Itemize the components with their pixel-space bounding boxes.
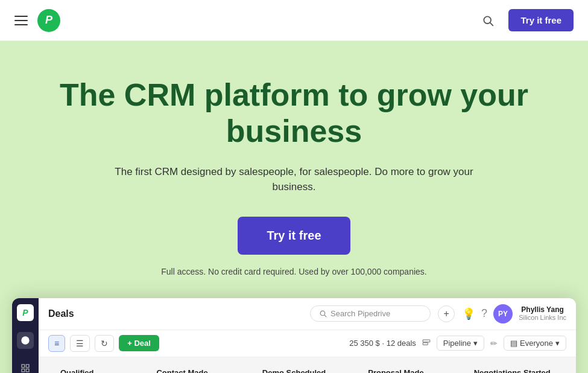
kanban-view-button[interactable]: ≡ — [48, 335, 65, 352]
svg-line-15 — [324, 315, 326, 317]
crm-sidebar-logo: P — [17, 304, 34, 321]
user-avatar: PY — [493, 304, 513, 324]
user-name: Phyllis Yang — [519, 305, 566, 314]
deal-column-negotiations: Negotiations Started 4 200 $ · 2 deals ·… — [469, 365, 569, 373]
pipeline-chevron-icon: ▾ — [473, 339, 478, 348]
svg-rect-17 — [423, 342, 428, 345]
col-header-qualified: Qualified 10 000 $ · 4 deals ··· — [46, 365, 145, 373]
col-title: Qualified — [51, 368, 103, 373]
col-title: Proposal Made — [368, 368, 423, 373]
crm-header-title: Deals — [48, 308, 74, 319]
hero-title: The CRM platform to grow your business — [59, 77, 530, 150]
everyone-chevron-icon: ▾ — [555, 339, 560, 348]
user-info: Phyllis Yang Silicon Links Inc — [519, 305, 566, 322]
crm-preview: P Deals — [12, 298, 576, 373]
col-header-contact: Contact Made 5 350 $ · 3 deals ··· — [151, 365, 251, 373]
pipeline-icon — [422, 339, 431, 348]
col-header-proposal: Proposal Made 2 700 $ · 1 deal ··· — [363, 365, 463, 373]
add-deal-button[interactable]: + Deal — [119, 335, 159, 351]
svg-rect-6 — [26, 369, 29, 372]
chart-view-button[interactable]: ↻ — [95, 335, 114, 352]
svg-rect-3 — [22, 365, 25, 368]
user-company: Silicon Links Inc — [519, 314, 566, 322]
svg-rect-4 — [26, 365, 29, 368]
svg-rect-16 — [423, 340, 430, 342]
deal-column-contact-made: Contact Made 5 350 $ · 3 deals ··· Princ… — [151, 365, 251, 373]
crm-toolbar: ≡ ☰ ↻ + Deal 25 350 $ · 12 deals Pipelin… — [39, 330, 576, 357]
bulb-icon[interactable]: 💡 — [462, 307, 475, 320]
list-view-button[interactable]: ☰ — [70, 335, 90, 352]
crm-header-user: 💡 ? PY Phyllis Yang Silicon Links Inc — [462, 304, 566, 324]
hero-subtitle: The first CRM designed by salespeople, f… — [113, 164, 475, 195]
edit-icon[interactable]: ✏ — [490, 339, 498, 348]
everyone-button[interactable]: ▤ Everyone ▾ — [504, 336, 566, 351]
svg-line-1 — [491, 23, 493, 25]
crm-search-placeholder: Search Pipedrive — [330, 309, 390, 318]
crm-header: Deals Search Pipedrive + 💡 ? PY Phyllis … — [39, 298, 576, 330]
deals-columns: Qualified 10 000 $ · 4 deals ··· Umbrell… — [39, 357, 576, 373]
col-header-demo: Demo Scheduled 3 100 $ · 2 deals ··· — [258, 365, 357, 373]
crm-search-bar[interactable]: Search Pipedrive — [310, 305, 431, 322]
col-title: Negotiations Started — [474, 368, 551, 373]
crm-main: Deals Search Pipedrive + 💡 ? PY Phyllis … — [39, 298, 576, 373]
crm-add-button[interactable]: + — [438, 305, 455, 322]
crm-stats: 25 350 $ · 12 deals — [349, 339, 416, 348]
menu-icon[interactable] — [14, 16, 28, 25]
crm-sidebar: P — [12, 298, 39, 373]
crm-toolbar-right: 25 350 $ · 12 deals Pipeline ▾ ✏ ▤ Every… — [349, 336, 566, 351]
col-title: Demo Scheduled — [262, 368, 326, 373]
crm-sidebar-home-icon[interactable] — [17, 332, 34, 349]
navbar-right: Try it free — [477, 9, 574, 31]
try-free-nav-button[interactable]: Try it free — [508, 9, 574, 31]
hero-note: Full access. No credit card required. Us… — [12, 267, 576, 276]
svg-rect-5 — [22, 369, 25, 372]
deal-column-qualified: Qualified 10 000 $ · 4 deals ··· Umbrell… — [46, 365, 145, 373]
svg-point-0 — [484, 16, 492, 24]
deal-column-demo: Demo Scheduled 3 100 $ · 2 deals ··· Mov… — [258, 365, 357, 373]
col-header-negotiations: Negotiations Started 4 200 $ · 2 deals ·… — [469, 365, 569, 373]
deal-column-proposal: Proposal Made 2 700 $ · 1 deal ··· Omnic… — [363, 365, 463, 373]
filter-icon: ▤ — [510, 339, 517, 348]
logo: P — [37, 9, 60, 32]
navbar-left: P — [14, 9, 60, 32]
help-icon[interactable]: ? — [481, 307, 487, 320]
crm-sidebar-deals-icon[interactable] — [17, 360, 34, 373]
pipeline-button[interactable]: Pipeline ▾ — [437, 336, 484, 351]
svg-point-2 — [21, 336, 29, 344]
navbar: P Try it free — [0, 0, 588, 41]
crm-body: P Deals — [12, 298, 576, 373]
svg-point-14 — [320, 311, 325, 316]
col-title: Contact Made — [156, 368, 207, 373]
hero-section: The CRM platform to grow your business T… — [0, 41, 588, 373]
hero-cta-button[interactable]: Try it free — [238, 217, 350, 255]
search-icon[interactable] — [477, 10, 499, 31]
